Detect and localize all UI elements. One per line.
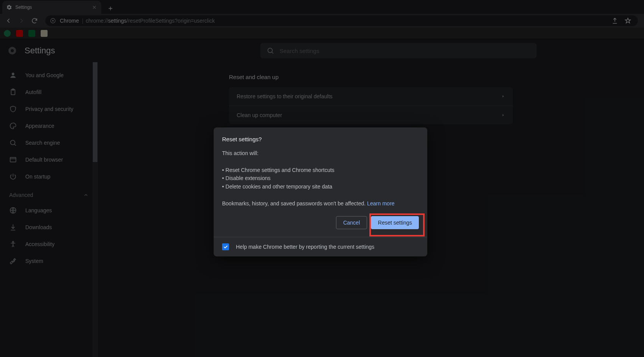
reset-settings-button[interactable]: Reset settings xyxy=(371,216,419,229)
dialog-body: This action will: • Reset Chrome setting… xyxy=(222,149,419,208)
dialog-bullet: • Disable extensions xyxy=(222,174,419,183)
dialog-bullet: • Delete cookies and other temporary sit… xyxy=(222,183,419,191)
dialog-footnote: Bookmarks, history, and saved passwords … xyxy=(222,200,395,207)
dialog-lead: This action will: xyxy=(222,149,419,158)
cancel-button[interactable]: Cancel xyxy=(336,216,367,229)
dialog-title: Reset settings? xyxy=(222,136,419,142)
help-text: Help make Chrome better by reporting the… xyxy=(236,244,374,250)
help-checkbox[interactable] xyxy=(222,243,229,250)
dialog-bullet: • Reset Chrome settings and Chrome short… xyxy=(222,166,419,175)
current-settings-link[interactable]: current settings xyxy=(338,244,374,250)
dialog-footer: Help make Chrome better by reporting the… xyxy=(214,237,427,256)
reset-settings-dialog: Reset settings? This action will: • Rese… xyxy=(214,127,427,256)
learn-more-link[interactable]: Learn more xyxy=(367,200,395,207)
